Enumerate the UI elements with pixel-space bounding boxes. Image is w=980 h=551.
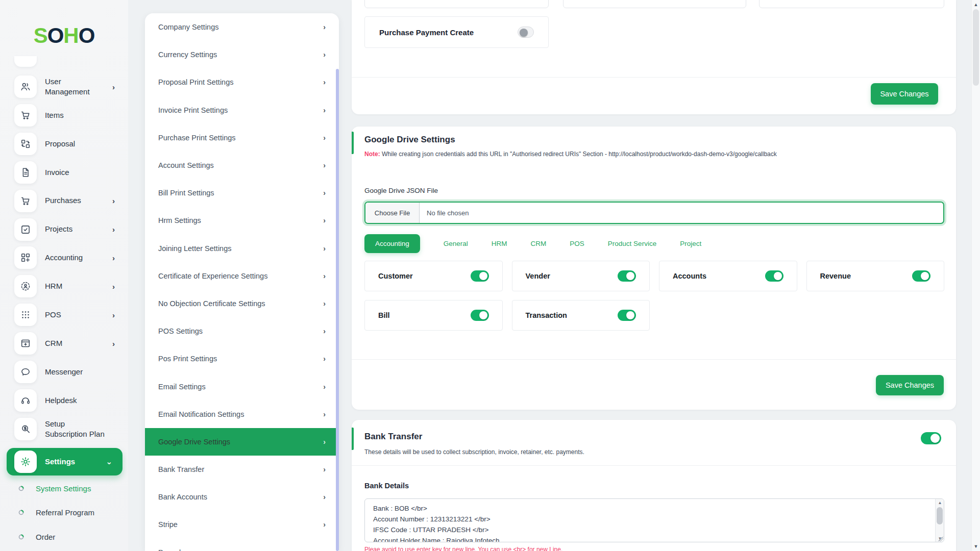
tab-hrm[interactable]: HRM (492, 240, 507, 247)
settings-panel-item-bank-transfer[interactable]: Bank Transfer› (145, 456, 339, 483)
settings-panel: Company Settings›Currency Settings›Propo… (145, 13, 339, 551)
settings-panel-item-pos-settings[interactable]: POS Settings› (145, 317, 339, 345)
sidebar-subitem-system-settings[interactable]: System Settings (0, 483, 128, 494)
logo-letter: S (34, 23, 47, 47)
swap-boxes-icon (14, 133, 37, 155)
module-toggle-accounts[interactable] (765, 270, 783, 282)
settings-panel-item-label: Email Notification Settings (158, 410, 244, 418)
tab-product-service[interactable]: Product Service (608, 240, 656, 247)
settings-panel-item-google-drive-settings[interactable]: Google Drive Settings› (145, 428, 339, 456)
settings-panel-item-account-settings[interactable]: Account Settings› (145, 152, 339, 179)
chevron-right-icon: › (323, 161, 326, 169)
settings-panel-item-proposal-print-settings[interactable]: Proposal Print Settings› (145, 68, 339, 96)
sidebar-item-user-management[interactable]: User Management› (0, 76, 128, 98)
card-title: Bank Transfer (364, 432, 422, 442)
sidebar-item-label: Accounting (45, 253, 105, 263)
bank-transfer-toggle[interactable] (921, 432, 941, 444)
sidebar-item-pos[interactable]: POS› (0, 304, 128, 326)
sidebar-subitem-order[interactable]: Order (0, 531, 128, 542)
sidebar-item-helpdesk[interactable]: Helpdesk (0, 389, 128, 412)
bank-details-textarea[interactable]: Bank : BOB </br> Account Number : 123132… (364, 498, 944, 542)
tab-accounting[interactable]: Accounting (364, 234, 420, 253)
module-toggle-transaction[interactable] (618, 310, 636, 321)
sidebar-item-settings[interactable]: Settings ⌄ (7, 448, 122, 475)
settings-panel-item-purchase-print-settings[interactable]: Purchase Print Settings› (145, 124, 339, 152)
sidebar-item-label: User Management (45, 77, 105, 97)
save-button[interactable]: Save Changes (871, 83, 938, 105)
settings-panel-item-email-settings[interactable]: Email Settings› (145, 372, 339, 400)
module-label: Bill (378, 311, 390, 319)
clipped-input[interactable] (364, 0, 549, 8)
settings-panel-item-currency-settings[interactable]: Currency Settings› (145, 41, 339, 68)
dots-grid-icon (14, 304, 37, 326)
settings-panel-scrollbar[interactable] (336, 69, 339, 551)
window-plus-icon (14, 332, 37, 355)
sidebar-item-purchases[interactable]: Purchases› (0, 190, 128, 212)
module-toggle-bill[interactable] (471, 310, 489, 321)
settings-panel-item-company-settings[interactable]: Company Settings› (145, 13, 339, 41)
settings-panel-item-paypal[interactable]: Paypal› (145, 539, 339, 551)
module-toggle-revenue[interactable] (912, 270, 930, 282)
radial-bullet-icon (18, 486, 24, 491)
tab-general[interactable]: General (444, 240, 468, 247)
logo-letter: O (79, 23, 95, 47)
scroll-up-icon[interactable]: ▲ (972, 1, 980, 9)
sidebar-item-messenger[interactable]: Messenger (0, 361, 128, 383)
purchase-payment-create-toggle[interactable] (518, 27, 534, 38)
sidebar-item-proposal[interactable]: Proposal (0, 133, 128, 155)
settings-panel-item-joining-letter-settings[interactable]: Joining Letter Settings› (145, 235, 339, 262)
save-button[interactable]: Save Changes (876, 375, 944, 395)
settings-panel-item-pos-print-settings[interactable]: Pos Print Settings› (145, 345, 339, 372)
sidebar-item-accounting[interactable]: Accounting› (0, 246, 128, 269)
json-file-input[interactable]: Choose File No file chosen (364, 202, 944, 224)
purchase-payment-create-label: Purchase Payment Create (379, 28, 474, 37)
sidebar-subitem-referral-program[interactable]: Referral Program (0, 507, 128, 518)
settings-panel-item-bank-accounts[interactable]: Bank Accounts› (145, 483, 339, 511)
sidebar-item-projects[interactable]: Projects› (0, 218, 128, 241)
sidebar-item-items[interactable]: Items (0, 104, 128, 127)
settings-panel-item-stripe[interactable]: Stripe› (145, 511, 339, 538)
tab-pos[interactable]: POS (570, 240, 584, 247)
choose-file-button[interactable]: Choose File (365, 203, 420, 223)
tab-crm[interactable]: CRM (531, 240, 547, 247)
chevron-right-icon: › (323, 355, 326, 363)
clipped-input[interactable] (563, 0, 746, 8)
settings-panel-item-label: Bank Accounts (158, 493, 207, 501)
scrollbar-thumb[interactable] (973, 9, 979, 86)
bank-details-label: Bank Details (364, 482, 409, 490)
settings-panel-item-hrm-settings[interactable]: Hrm Settings› (145, 207, 339, 234)
scroll-down-icon[interactable]: ▼ (972, 542, 980, 550)
bank-transfer-description: These details will be used to collect su… (364, 448, 584, 456)
settings-panel-item-certificate-of-experience-settings[interactable]: Certificate of Experience Settings› (145, 262, 339, 290)
users-icon (14, 76, 37, 98)
settings-panel-item-email-notification-settings[interactable]: Email Notification Settings› (145, 400, 339, 428)
logo-letter: O (47, 23, 64, 47)
card-accent-bar (352, 428, 354, 450)
settings-panel-item-no-objection-certificate-settings[interactable]: No Objection Certificate Settings› (145, 290, 339, 317)
chevron-down-icon: ⌄ (106, 457, 112, 466)
textarea-scrollbar[interactable]: ▲ ▼ (935, 499, 944, 542)
bank-transfer-card: Bank Transfer These details will be used… (352, 420, 956, 551)
settings-panel-item-bill-print-settings[interactable]: Bill Print Settings› (145, 179, 339, 207)
module-tabs: AccountingGeneralHRMCRMPOSProduct Servic… (364, 233, 701, 254)
clipped-input[interactable] (759, 0, 944, 8)
scroll-up-icon[interactable]: ▲ (936, 499, 944, 506)
sidebar-item-setup-subscription-plan[interactable]: Setup Subscription Plan (0, 418, 128, 440)
tab-project[interactable]: Project (680, 240, 701, 247)
sidebar-item-invoice[interactable]: Invoice (0, 161, 128, 184)
settings-panel-item-invoice-print-settings[interactable]: Invoice Print Settings› (145, 96, 339, 124)
resize-grip[interactable] (938, 536, 943, 541)
module-toggle-customer[interactable] (471, 270, 489, 282)
module-card-customer: Customer (364, 261, 503, 291)
page-scrollbar[interactable]: ▲ ▼ (971, 0, 980, 551)
chevron-right-icon: › (112, 196, 115, 205)
scrolled-item-stub (14, 56, 37, 67)
sidebar-item-hrm[interactable]: HRM› (0, 275, 128, 297)
chevron-right-icon: › (323, 272, 326, 280)
module-toggle-vender[interactable] (618, 270, 636, 282)
sidebar-subitem-label: System Settings (36, 484, 91, 493)
divider (352, 77, 956, 78)
sidebar-item-label: POS (45, 310, 105, 320)
scrollbar-thumb[interactable] (937, 507, 943, 524)
sidebar-item-crm[interactable]: CRM› (0, 332, 128, 355)
